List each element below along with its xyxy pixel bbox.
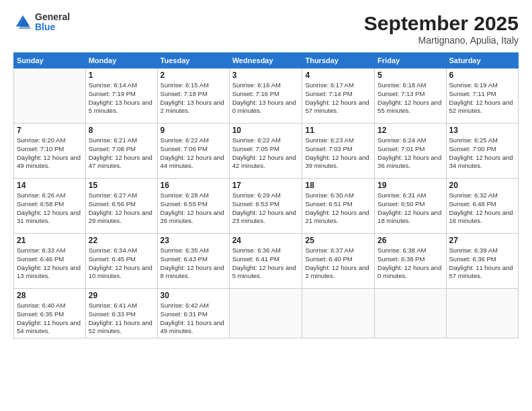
day-number: 11 — [305, 126, 371, 135]
day-info: Sunrise: 6:17 AM Sunset: 7:14 PM Dayligh… — [305, 81, 371, 116]
month-title: September 2025 — [364, 12, 519, 35]
day-number: 18 — [305, 181, 371, 190]
table-row — [14, 68, 86, 124]
table-row: 27Sunrise: 6:39 AM Sunset: 6:36 PM Dayli… — [446, 234, 518, 289]
day-number: 12 — [378, 126, 443, 135]
day-info: Sunrise: 6:23 AM Sunset: 7:03 PM Dayligh… — [305, 136, 371, 171]
day-number: 9 — [161, 126, 226, 135]
day-info: Sunrise: 6:19 AM Sunset: 7:11 PM Dayligh… — [449, 81, 515, 116]
day-info: Sunrise: 6:16 AM Sunset: 7:16 PM Dayligh… — [232, 81, 300, 116]
day-number: 13 — [449, 126, 515, 135]
day-info: Sunrise: 6:36 AM Sunset: 6:41 PM Dayligh… — [232, 246, 300, 281]
table-row: 22Sunrise: 6:34 AM Sunset: 6:45 PM Dayli… — [85, 234, 157, 289]
table-row: 6Sunrise: 6:19 AM Sunset: 7:11 PM Daylig… — [446, 68, 518, 124]
table-row: 28Sunrise: 6:40 AM Sunset: 6:35 PM Dayli… — [14, 289, 86, 338]
table-row: 5Sunrise: 6:18 AM Sunset: 7:13 PM Daylig… — [375, 68, 446, 124]
day-info: Sunrise: 6:39 AM Sunset: 6:36 PM Dayligh… — [449, 246, 515, 281]
logo: General Blue — [13, 12, 70, 33]
table-row: 29Sunrise: 6:41 AM Sunset: 6:33 PM Dayli… — [85, 289, 157, 338]
table-row: 17Sunrise: 6:29 AM Sunset: 6:53 PM Dayli… — [229, 179, 302, 234]
table-row: 12Sunrise: 6:24 AM Sunset: 7:01 PM Dayli… — [375, 124, 446, 179]
day-info: Sunrise: 6:24 AM Sunset: 7:01 PM Dayligh… — [378, 136, 443, 171]
day-info: Sunrise: 6:33 AM Sunset: 6:46 PM Dayligh… — [17, 246, 83, 281]
day-info: Sunrise: 6:40 AM Sunset: 6:35 PM Dayligh… — [17, 302, 83, 336]
day-info: Sunrise: 6:34 AM Sunset: 6:45 PM Dayligh… — [89, 246, 154, 281]
col-saturday: Saturday — [446, 53, 518, 68]
calendar-table: Sunday Monday Tuesday Wednesday Thursday… — [13, 52, 519, 338]
day-number: 21 — [17, 236, 83, 245]
day-info: Sunrise: 6:28 AM Sunset: 6:55 PM Dayligh… — [161, 191, 226, 226]
table-row: 16Sunrise: 6:28 AM Sunset: 6:55 PM Dayli… — [157, 179, 229, 234]
table-row: 7Sunrise: 6:20 AM Sunset: 7:10 PM Daylig… — [14, 124, 86, 179]
day-info: Sunrise: 6:15 AM Sunset: 7:18 PM Dayligh… — [161, 81, 226, 116]
day-number: 1 — [89, 71, 154, 80]
day-number: 24 — [232, 236, 300, 245]
day-info: Sunrise: 6:26 AM Sunset: 6:58 PM Dayligh… — [17, 191, 83, 226]
table-row: 14Sunrise: 6:26 AM Sunset: 6:58 PM Dayli… — [14, 179, 86, 234]
table-row: 24Sunrise: 6:36 AM Sunset: 6:41 PM Dayli… — [229, 234, 302, 289]
calendar-week-row: 1Sunrise: 6:14 AM Sunset: 7:19 PM Daylig… — [14, 68, 519, 124]
table-row: 26Sunrise: 6:38 AM Sunset: 6:38 PM Dayli… — [375, 234, 446, 289]
table-row — [446, 289, 518, 338]
col-sunday: Sunday — [14, 53, 86, 68]
day-info: Sunrise: 6:30 AM Sunset: 6:51 PM Dayligh… — [305, 191, 371, 226]
day-info: Sunrise: 6:31 AM Sunset: 6:50 PM Dayligh… — [378, 191, 443, 226]
day-info: Sunrise: 6:20 AM Sunset: 7:10 PM Dayligh… — [17, 136, 83, 171]
table-row: 4Sunrise: 6:17 AM Sunset: 7:14 PM Daylig… — [302, 68, 375, 124]
day-number: 4 — [305, 71, 371, 80]
calendar-week-row: 21Sunrise: 6:33 AM Sunset: 6:46 PM Dayli… — [14, 234, 519, 289]
day-info: Sunrise: 6:29 AM Sunset: 6:53 PM Dayligh… — [232, 191, 300, 226]
day-number: 3 — [232, 71, 300, 80]
logo-icon — [13, 13, 32, 32]
table-row — [302, 289, 375, 338]
calendar-week-row: 28Sunrise: 6:40 AM Sunset: 6:35 PM Dayli… — [14, 289, 519, 338]
title-block: September 2025 Martignano, Apulia, Italy — [364, 12, 519, 46]
day-number: 17 — [232, 181, 300, 190]
table-row — [229, 289, 302, 338]
table-row: 20Sunrise: 6:32 AM Sunset: 6:48 PM Dayli… — [446, 179, 518, 234]
day-number: 25 — [305, 236, 371, 245]
header: General Blue September 2025 Martignano, … — [13, 12, 519, 46]
day-info: Sunrise: 6:21 AM Sunset: 7:08 PM Dayligh… — [89, 136, 154, 171]
col-friday: Friday — [375, 53, 446, 68]
col-monday: Monday — [85, 53, 157, 68]
table-row — [375, 289, 446, 338]
table-row: 19Sunrise: 6:31 AM Sunset: 6:50 PM Dayli… — [375, 179, 446, 234]
day-info: Sunrise: 6:25 AM Sunset: 7:00 PM Dayligh… — [449, 136, 515, 171]
day-number: 14 — [17, 181, 83, 190]
table-row: 8Sunrise: 6:21 AM Sunset: 7:08 PM Daylig… — [85, 124, 157, 179]
day-number: 10 — [232, 126, 300, 135]
table-row: 30Sunrise: 6:42 AM Sunset: 6:31 PM Dayli… — [157, 289, 229, 338]
day-number: 5 — [378, 71, 443, 80]
day-info: Sunrise: 6:42 AM Sunset: 6:31 PM Dayligh… — [161, 302, 226, 336]
day-number: 8 — [89, 126, 154, 135]
logo-blue: Blue — [35, 22, 70, 32]
table-row: 18Sunrise: 6:30 AM Sunset: 6:51 PM Dayli… — [302, 179, 375, 234]
col-thursday: Thursday — [302, 53, 375, 68]
table-row: 13Sunrise: 6:25 AM Sunset: 7:00 PM Dayli… — [446, 124, 518, 179]
day-info: Sunrise: 6:35 AM Sunset: 6:43 PM Dayligh… — [161, 246, 226, 281]
table-row: 1Sunrise: 6:14 AM Sunset: 7:19 PM Daylig… — [85, 68, 157, 124]
calendar-week-row: 14Sunrise: 6:26 AM Sunset: 6:58 PM Dayli… — [14, 179, 519, 234]
day-info: Sunrise: 6:22 AM Sunset: 7:06 PM Dayligh… — [161, 136, 226, 171]
logo-general: General — [35, 12, 70, 22]
table-row: 21Sunrise: 6:33 AM Sunset: 6:46 PM Dayli… — [14, 234, 86, 289]
day-info: Sunrise: 6:32 AM Sunset: 6:48 PM Dayligh… — [449, 191, 515, 226]
table-row: 3Sunrise: 6:16 AM Sunset: 7:16 PM Daylig… — [229, 68, 302, 124]
table-row: 10Sunrise: 6:22 AM Sunset: 7:05 PM Dayli… — [229, 124, 302, 179]
day-number: 30 — [161, 291, 226, 300]
table-row: 15Sunrise: 6:27 AM Sunset: 6:56 PM Dayli… — [85, 179, 157, 234]
location-subtitle: Martignano, Apulia, Italy — [364, 35, 519, 46]
day-number: 16 — [161, 181, 226, 190]
logo-text: General Blue — [35, 12, 70, 33]
day-number: 15 — [89, 181, 154, 190]
table-row: 25Sunrise: 6:37 AM Sunset: 6:40 PM Dayli… — [302, 234, 375, 289]
day-info: Sunrise: 6:14 AM Sunset: 7:19 PM Dayligh… — [89, 81, 154, 116]
calendar-week-row: 7Sunrise: 6:20 AM Sunset: 7:10 PM Daylig… — [14, 124, 519, 179]
day-info: Sunrise: 6:38 AM Sunset: 6:38 PM Dayligh… — [378, 246, 443, 281]
day-number: 29 — [89, 291, 154, 300]
day-number: 20 — [449, 181, 515, 190]
day-info: Sunrise: 6:27 AM Sunset: 6:56 PM Dayligh… — [89, 191, 154, 226]
day-number: 28 — [17, 291, 83, 300]
table-row: 23Sunrise: 6:35 AM Sunset: 6:43 PM Dayli… — [157, 234, 229, 289]
